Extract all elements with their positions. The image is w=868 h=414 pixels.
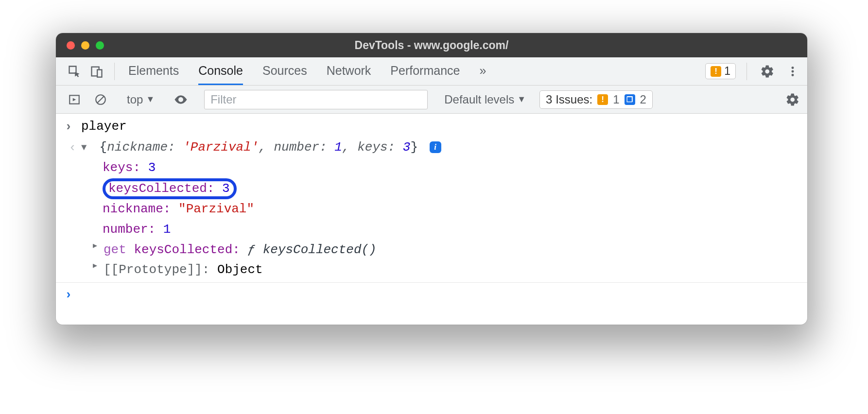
filter-input[interactable] <box>204 90 428 109</box>
tabs-overflow[interactable]: » <box>479 57 486 85</box>
prop-nickname-val: "Parzival" <box>178 200 254 219</box>
chevron-down-icon: ▼ <box>517 94 526 104</box>
tab-console[interactable]: Console <box>198 57 243 85</box>
warning-icon: ! <box>711 66 721 77</box>
expand-toggle-icon[interactable]: ▶ <box>93 261 102 272</box>
maximize-window-button[interactable] <box>96 41 104 50</box>
live-expression-eye-icon[interactable] <box>171 90 191 109</box>
expand-toggle-icon[interactable]: ▼ <box>81 141 90 155</box>
getter-name: keysCollected: <box>134 241 240 259</box>
prop-keys-val: 3 <box>148 159 156 177</box>
warnings-badge[interactable]: ! 1 <box>705 63 736 79</box>
svg-rect-1 <box>97 69 102 77</box>
issues-info-count: 2 <box>640 93 646 106</box>
separator <box>56 282 807 283</box>
prop-number-key: number: <box>103 221 156 239</box>
svg-point-4 <box>792 74 794 76</box>
svg-point-3 <box>792 70 794 72</box>
sidebar-toggle-icon[interactable] <box>65 90 84 109</box>
context-label: top <box>127 93 143 106</box>
clear-console-icon[interactable] <box>91 90 110 109</box>
prop-keys-key: keys: <box>103 159 140 177</box>
more-menu-icon[interactable] <box>783 62 802 81</box>
tab-performance[interactable]: Performance <box>390 57 460 85</box>
prop-nickname-row[interactable]: nickname: "Parzival" <box>94 199 807 220</box>
preview-nickname-val: 'Parzival' <box>183 140 259 155</box>
divider <box>746 63 747 80</box>
devtools-tabbar: Elements Console Sources Network Perform… <box>56 57 807 86</box>
panel-tabs: Elements Console Sources Network Perform… <box>128 57 486 85</box>
prop-keys-row[interactable]: keys: 3 <box>94 158 807 178</box>
svg-line-7 <box>98 96 104 103</box>
prop-number-row[interactable]: number: 1 <box>94 220 807 240</box>
prop-number-val: 1 <box>163 221 171 239</box>
window-titlebar: DevTools - www.google.com/ <box>56 33 807 57</box>
devtools-window: DevTools - www.google.com/ Elements Cons… <box>56 33 807 325</box>
chevron-down-icon: ▼ <box>146 94 155 104</box>
prop-keyscollected-key: keysCollected: <box>108 181 214 196</box>
context-selector[interactable]: top ▼ <box>124 91 157 108</box>
getter-func: ƒ keysCollected() <box>247 241 376 259</box>
traffic-lights <box>56 41 104 50</box>
console-output: › player › ▼ {nickname: 'Parzival', numb… <box>56 114 807 310</box>
info-icon: ❐ <box>625 94 635 105</box>
log-levels-selector[interactable]: Default levels ▼ <box>444 93 526 106</box>
svg-point-2 <box>792 66 794 69</box>
highlighted-property: keysCollected: 3 <box>103 178 237 199</box>
console-prompt-row[interactable]: › <box>56 285 807 306</box>
window-title: DevTools - www.google.com/ <box>56 39 807 52</box>
getter-row[interactable]: ▶ get keysCollected: ƒ keysCollected() <box>84 240 807 260</box>
warnings-count: 1 <box>724 65 730 78</box>
prop-nickname-key: nickname: <box>103 200 171 219</box>
divider <box>114 63 115 80</box>
device-toolbar-icon[interactable] <box>87 62 106 81</box>
issues-warn-count: 1 <box>613 93 619 106</box>
active-prompt-caret-icon: › <box>65 286 76 305</box>
tab-elements[interactable]: Elements <box>128 57 179 85</box>
warning-icon: ! <box>597 94 608 105</box>
settings-gear-icon[interactable] <box>758 62 777 81</box>
info-badge-icon[interactable]: i <box>430 141 441 153</box>
prop-keyscollected-val: 3 <box>222 181 230 196</box>
close-window-button[interactable] <box>67 41 75 50</box>
minimize-window-button[interactable] <box>81 41 89 50</box>
console-command-text: player <box>76 118 127 136</box>
getter-keyword: get <box>104 241 126 259</box>
prototype-row[interactable]: ▶ [[Prototype]]: Object <box>84 260 807 280</box>
prop-keyscollected-row[interactable]: keysCollected: 3 <box>94 178 807 199</box>
object-open-brace: { <box>100 140 107 155</box>
tab-sources[interactable]: Sources <box>262 57 307 85</box>
console-input-row[interactable]: › player <box>56 117 807 138</box>
preview-nickname-key: nickname: <box>107 140 175 155</box>
preview-number-key: number: <box>274 140 327 155</box>
inspect-element-icon[interactable] <box>65 62 84 81</box>
issues-label: 3 Issues: <box>546 93 592 106</box>
tab-network[interactable]: Network <box>327 57 371 85</box>
preview-keys-key: keys: <box>357 140 395 155</box>
prompt-caret-icon: › <box>65 118 76 137</box>
issues-button[interactable]: 3 Issues: ! 1 ❐ 2 <box>539 90 653 109</box>
prototype-val: Object <box>217 261 263 279</box>
expand-toggle-icon[interactable]: ▶ <box>93 241 102 252</box>
console-result-row[interactable]: › ▼ {nickname: 'Parzival', number: 1, ke… <box>56 138 807 158</box>
preview-number-val: 1 <box>334 140 342 155</box>
preview-keys-val: 3 <box>403 140 411 155</box>
prototype-key: [[Prototype]]: <box>104 261 209 279</box>
console-toolbar: top ▼ Default levels ▼ 3 Issues: ! 1 ❐ 2 <box>56 86 807 114</box>
result-caret-icon: › <box>65 138 76 157</box>
levels-label: Default levels <box>444 93 514 106</box>
console-input-area[interactable] <box>76 286 89 304</box>
console-settings-gear-icon[interactable] <box>783 90 802 109</box>
